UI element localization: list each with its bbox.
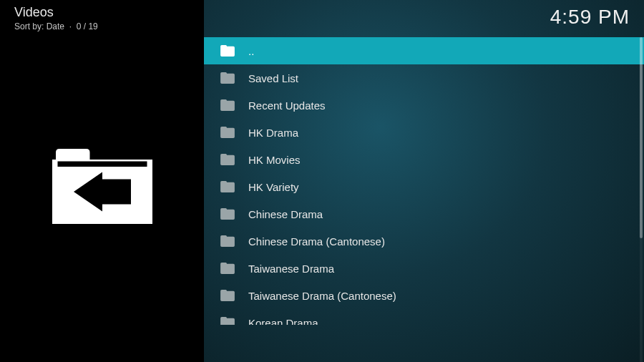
folder-icon	[220, 126, 235, 139]
list-item-label: HK Variety	[248, 181, 644, 193]
sort-separator: ·	[64, 21, 77, 31]
list-pane: ..Saved ListRecent UpdatesHK DramaHK Mov…	[204, 0, 644, 362]
sort-line: Sort by: Date · 0 / 19	[14, 21, 98, 31]
list-item-label: Saved List	[248, 72, 644, 84]
list-item[interactable]: HK Movies	[204, 146, 644, 173]
list-item[interactable]: Taiwanese Drama	[204, 255, 644, 282]
folder-icon	[220, 316, 235, 325]
folder-icon	[220, 207, 235, 220]
position-counter: 0 / 19	[77, 21, 98, 31]
list-item[interactable]: Chinese Drama (Cantonese)	[204, 228, 644, 255]
folder-icon	[220, 99, 235, 112]
folder-icon	[220, 153, 235, 166]
list-item-label: Chinese Drama (Cantonese)	[248, 235, 644, 248]
scrollbar-thumb[interactable]	[640, 37, 643, 238]
list-item-label: HK Drama	[248, 127, 644, 139]
list-item-label: Taiwanese Drama (Cantonese)	[248, 290, 644, 302]
list-item[interactable]: Korean Drama	[204, 309, 644, 325]
list-item[interactable]: Taiwanese Drama (Cantonese)	[204, 282, 644, 309]
folder-back-small-icon	[220, 44, 235, 57]
folder-icon	[220, 235, 235, 248]
folder-icon	[220, 180, 235, 193]
svg-rect-1	[57, 162, 147, 167]
page-title: Videos	[14, 6, 98, 20]
list-item[interactable]: ..	[204, 37, 644, 64]
folder-icon	[220, 72, 235, 84]
list-item-label: Taiwanese Drama	[248, 263, 644, 275]
folder-icon	[220, 262, 235, 275]
app-screen: Videos Sort by: Date · 0 / 19 4:59 PM ..…	[0, 0, 644, 362]
folder-list[interactable]: ..Saved ListRecent UpdatesHK DramaHK Mov…	[204, 37, 644, 325]
list-item-label: Korean Drama	[248, 317, 644, 326]
list-item[interactable]: Recent Updates	[204, 92, 644, 119]
list-item[interactable]: HK Variety	[204, 173, 644, 200]
preview-pane	[0, 0, 204, 362]
scrollbar[interactable]	[640, 37, 643, 362]
list-item[interactable]: Saved List	[204, 64, 644, 92]
clock: 4:59 PM	[550, 6, 630, 37]
list-item-label: ..	[248, 45, 644, 57]
list-item-label: Chinese Drama	[248, 208, 644, 220]
folder-back-icon	[49, 142, 156, 235]
list-item-label: HK Movies	[248, 154, 644, 166]
header-left: Videos Sort by: Date · 0 / 19	[14, 6, 98, 37]
folder-icon	[220, 289, 235, 302]
list-item[interactable]: Chinese Drama	[204, 200, 644, 228]
list-item-label: Recent Updates	[248, 99, 644, 112]
header-bar: Videos Sort by: Date · 0 / 19 4:59 PM	[0, 0, 644, 37]
list-item[interactable]: HK Drama	[204, 119, 644, 146]
sort-label: Sort by: Date	[14, 21, 64, 31]
